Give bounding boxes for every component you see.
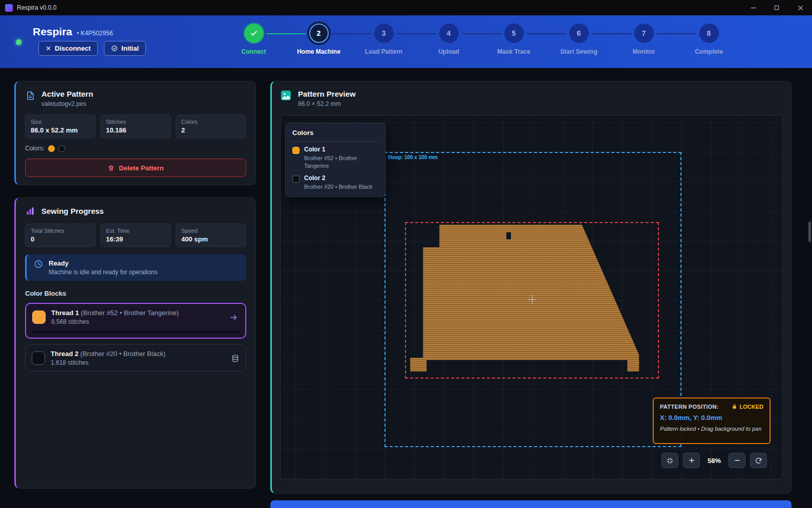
thread-2-stitches: 1.618 stitches [51,359,165,366]
step-mask-trace: 5 Mask Trace [481,24,546,55]
sewing-progress-title: Sewing Progress [41,207,104,215]
thread-1-progress-bar [32,330,239,333]
color-dot-orange [48,145,55,152]
thread-1-card[interactable]: Thread 1 (Brother #52 • Brother Tangerin… [25,303,246,339]
minimize-button[interactable] [741,0,765,15]
hoop-label: Hoop: 100 x 100 mm [388,154,438,160]
status-text: Machine is idle and ready for operations [49,269,158,276]
brand: Respira • K4P502956 [33,26,113,38]
step-connect: Connect [221,24,286,55]
legend-divider [292,141,378,142]
machine-status-box: Ready Machine is idle and ready for oper… [25,254,246,281]
preview-dimensions: 86.0 × 52.2 mm [298,100,356,107]
app-window: Respira v0.0.0 Respira • K4P502956 Disco… [0,0,812,508]
stat-total-stitches: Total Stitches 0 [25,224,96,247]
thread-1-stitches: 8.568 stitches [51,318,179,325]
stat-speed: Speed 400 spm [176,224,246,247]
pan-hint: Pattern locked • Drag background to pan [660,426,763,432]
pattern-position-overlay: PATTERN POSITION: LOCKED X: 0.0mm, Y: 0.… [653,397,771,444]
pattern-preview-card: Pattern Preview 86.0 × 52.2 mm Colors Co… [270,81,792,494]
layers-icon [231,354,240,363]
step-home-machine-circle[interactable]: 2 [309,24,329,43]
initial-button[interactable]: Initial [104,41,146,56]
window-controls [741,0,812,15]
zoom-in-button[interactable] [683,453,700,468]
maximize-button[interactable] [765,0,788,15]
bar-chart-icon [25,206,35,216]
arrow-right-icon [228,313,239,322]
stat-colors: Colors 2 [176,115,246,138]
pattern-filename: valetudogv2.pes [41,100,93,107]
active-pattern-title: Active Pattern [41,90,93,98]
legend-swatch-black [292,175,300,183]
stat-est-time: Est. Time 16:39 [100,224,171,247]
stat-size: Size 86.0 x 52.2 mm [25,115,96,138]
zoom-level: 58% [704,457,724,465]
app-icon [5,4,13,12]
colors-legend: Colors Color 1 Brother #52 • Brother Tan… [285,123,386,197]
file-icon [25,90,35,102]
step-load-pattern-circle[interactable]: 3 [374,24,394,43]
plus-icon [688,457,695,464]
step-connect-circle[interactable] [244,24,264,43]
refresh-icon [755,457,762,465]
step-complete: 8 Complete [676,24,741,55]
disconnect-button[interactable]: Disconnect [38,41,98,56]
crosshair-icon [532,295,532,304]
image-icon [280,90,292,101]
check-circle-icon [111,45,118,52]
connection-status-dot [16,39,22,45]
sewing-progress-card: Sewing Progress Total Stitches 0 Est. Ti… [14,197,256,489]
trash-icon [108,164,115,172]
step-upload-circle[interactable]: 4 [439,24,459,43]
thread-2-swatch [32,351,45,365]
active-pattern-card: Active Pattern valetudogv2.pes Size 86.0… [14,81,256,185]
pattern-colors-row: Colors: [25,145,246,152]
workflow-stepper: Connect 2 Home Machine 3 Load Pattern 4 … [221,24,741,55]
reset-view-button[interactable] [750,453,767,468]
header-buttons: Disconnect Initial [38,41,146,56]
step-upload: 4 Upload [416,24,481,55]
locked-badge[interactable]: LOCKED [732,404,763,410]
step-home-machine: 2 Home Machine [286,24,351,55]
app-header: Respira • K4P502956 Disconnect Initial C… [0,15,812,68]
stat-stitches: Stitches 10.186 [100,115,171,138]
color-blocks-title: Color Blocks [25,290,246,297]
color-dot-black [58,145,65,152]
minus-icon [734,457,741,464]
thread-2-name: Thread 2 (Brother #20 • Brother Black) [51,350,165,358]
step-start-sewing-circle[interactable]: 6 [569,24,589,43]
lock-icon [732,404,737,410]
clock-icon [34,259,43,269]
step-monitor: 7 Monitor [611,24,676,55]
thread-1-swatch [32,311,46,324]
preview-title: Pattern Preview [298,90,356,98]
thread-1-name: Thread 1 (Brother #52 • Brother Tangerin… [51,309,179,317]
progress-stats: Total Stitches 0 Est. Time 16:39 Speed 4… [25,224,246,247]
step-monitor-circle[interactable]: 7 [634,24,654,43]
status-title: Ready [49,259,158,267]
window-title: Respira v0.0.0 [17,4,56,11]
app-name: Respira [33,26,72,38]
zoom-fit-button[interactable] [661,453,678,468]
step-complete-circle[interactable]: 8 [699,24,719,43]
fit-screen-icon [666,457,674,465]
step-mask-trace-circle[interactable]: 5 [504,24,524,43]
titlebar: Respira v0.0.0 [0,0,812,15]
legend-entry-color-1: Color 1 Brother #52 • Brother Tangerine [292,146,378,170]
scrollbar-thumb[interactable] [808,222,811,242]
thread-2-card[interactable]: Thread 2 (Brother #20 • Brother Black) 1… [25,344,246,371]
pattern-notch [506,232,511,239]
check-icon [250,29,258,37]
legend-swatch-orange [292,147,300,154]
x-icon [46,46,51,51]
bottom-action-bar[interactable] [270,500,792,508]
machine-serial: • K4P502956 [77,30,113,37]
preview-canvas[interactable]: Colors Color 1 Brother #52 • Brother Tan… [280,115,783,480]
legend-entry-color-2: Color 2 Brother #20 • Brother Black [292,174,378,191]
close-button[interactable] [788,0,812,15]
zoom-controls: 58% [661,453,767,468]
zoom-out-button[interactable] [729,453,745,468]
step-load-pattern: 3 Load Pattern [351,24,416,55]
delete-pattern-button[interactable]: Delete Pattern [25,159,246,177]
